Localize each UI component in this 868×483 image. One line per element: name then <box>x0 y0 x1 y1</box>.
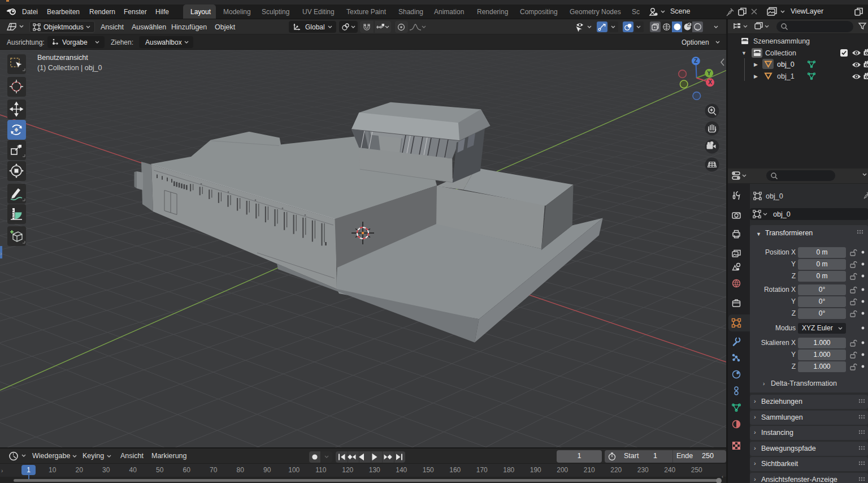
svg-text:Z: Z <box>694 58 697 64</box>
svg-text:X: X <box>708 79 712 85</box>
svg-text:Y: Y <box>707 70 711 76</box>
